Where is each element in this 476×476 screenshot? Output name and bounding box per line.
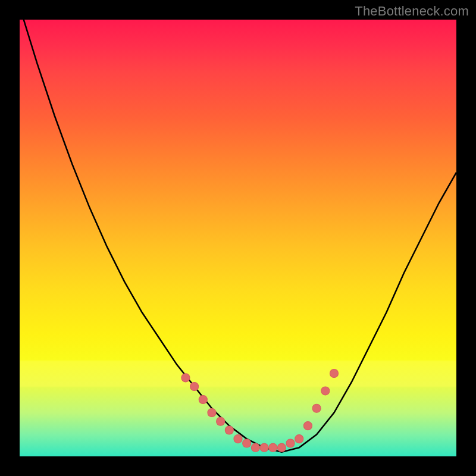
marker-dot — [234, 435, 242, 443]
plot-area — [20, 20, 456, 456]
watermark-text: TheBottleneck.com — [355, 4, 469, 19]
highlight-markers — [181, 369, 339, 452]
marker-dot — [277, 443, 286, 452]
marker-dot — [217, 417, 225, 425]
marker-dot — [312, 404, 321, 412]
bottleneck-curve — [20, 20, 456, 452]
curve-layer — [20, 20, 456, 456]
marker-dot — [243, 439, 251, 447]
marker-dot — [269, 443, 277, 452]
marker-dot — [303, 422, 312, 430]
marker-dot — [225, 426, 233, 434]
marker-dot — [260, 443, 268, 452]
marker-dot — [199, 396, 207, 404]
marker-dot — [208, 409, 216, 417]
marker-dot — [286, 439, 295, 447]
marker-dot — [330, 369, 339, 378]
marker-dot — [295, 435, 303, 443]
chart-frame: TheBottleneck.com — [0, 0, 476, 476]
marker-dot — [190, 383, 199, 391]
marker-dot — [321, 387, 330, 395]
marker-dot — [251, 443, 259, 452]
marker-dot — [181, 374, 190, 382]
